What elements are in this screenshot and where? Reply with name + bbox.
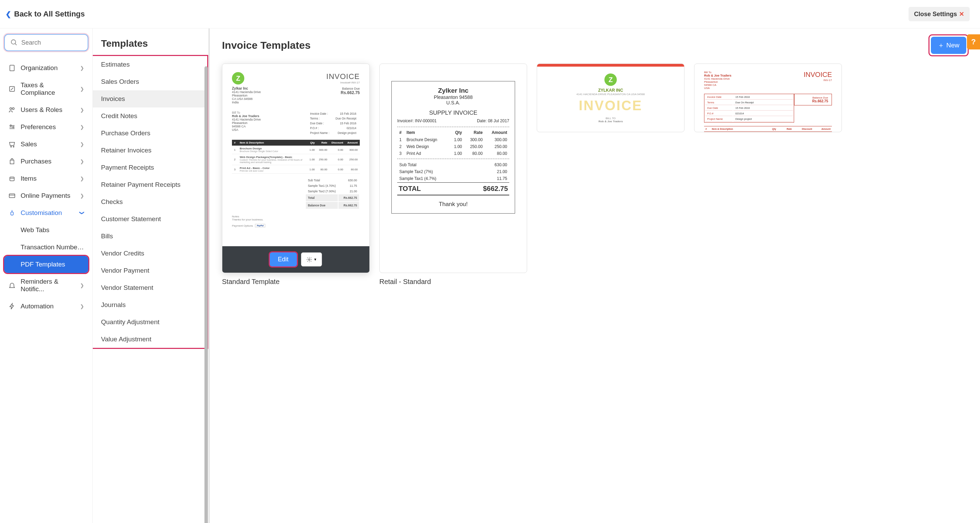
paint-icon [8,209,16,217]
chevron-right-icon: ❯ [80,304,84,309]
chevron-left-icon: ❮ [5,10,11,18]
chevron-right-icon: ❯ [80,65,84,71]
template-name-label: Retail - Standard [379,278,527,286]
plus-icon: ＋ [938,41,944,50]
chevron-right-icon: ❯ [80,158,84,164]
template-card-retail[interactable]: Zylker Inc Pleasanton 94588 U.S.A. SUPPL… [379,63,527,286]
close-icon: ✕ [959,10,964,18]
sidebar-item-reminders[interactable]: Reminders & Notific... ❯ [4,273,88,298]
svg-rect-18 [9,194,15,198]
content-area: Invoice Templates ＋ New ? Z [210,29,980,523]
gear-icon [306,257,312,263]
template-type-item[interactable]: Sales Orders [93,73,207,90]
template-type-item[interactable]: Purchase Orders [93,125,207,142]
users-icon [8,106,16,114]
chevron-right-icon: ❯ [80,176,84,181]
box-icon [8,175,16,182]
sidebar-item-purchases[interactable]: Purchases ❯ [4,153,88,170]
chevron-down-icon: ❯ [80,211,85,215]
page-title: Invoice Templates [222,40,311,51]
chevron-right-icon: ❯ [80,124,84,130]
template-type-item[interactable]: Payment Receipts [93,159,207,176]
template-type-item[interactable]: Retainer Payment Receipts [93,176,207,193]
back-label: Back to All Settings [14,10,85,19]
search-icon [10,39,18,46]
sidebar-sub-transaction-number[interactable]: Transaction Number... [4,239,88,256]
card-icon [8,192,16,200]
svg-point-15 [13,146,14,147]
template-card-partial-2[interactable]: Bill To Rob & Joe Traders 4141 Hacienda … [694,63,842,132]
template-options-button[interactable]: ▼ [301,252,322,266]
templates-type-list: EstimatesSales OrdersInvoicesCredit Note… [93,56,207,348]
template-type-item[interactable]: Vendor Statement [93,279,207,296]
template-type-item[interactable]: Journals [93,296,207,314]
new-template-button[interactable]: ＋ New [931,37,966,54]
template-type-item[interactable]: Credit Notes [93,108,207,125]
chevron-right-icon: ❯ [80,107,84,113]
sidebar-item-automation[interactable]: Automation ❯ [4,298,88,315]
sidebar-item-customisation[interactable]: Customisation ❯ [4,204,88,222]
bell-icon [8,282,16,289]
template-type-item[interactable]: Invoices [93,90,207,108]
bag-icon [8,158,16,165]
sidebar-item-items[interactable]: Items ❯ [4,170,88,187]
close-label: Close Settings [914,11,957,18]
svg-line-6 [11,87,13,90]
template-type-item[interactable]: Checks [93,193,207,211]
chevron-down-icon: ▼ [314,258,317,262]
template-type-item[interactable]: Value Adjustment [93,331,207,348]
logo-icon: Z [232,72,244,84]
sidebar-item-payments[interactable]: Online Payments ❯ [4,187,88,204]
search-box[interactable] [4,34,88,51]
svg-line-1 [15,44,17,45]
back-to-settings-link[interactable]: ❮ Back to All Settings [5,10,85,19]
help-button[interactable]: ? [967,34,980,49]
chevron-right-icon: ❯ [80,86,84,92]
sidebar-item-preferences[interactable]: Preferences ❯ [4,119,88,136]
svg-point-14 [11,146,12,147]
sidebar-sub-web-tabs[interactable]: Web Tabs [4,222,88,239]
sidebar-item-organization[interactable]: Organization ❯ [4,59,88,76]
svg-rect-2 [10,65,14,71]
svg-point-0 [11,40,16,44]
template-type-item[interactable]: Estimates [93,56,207,73]
sidebar-item-sales[interactable]: Sales ❯ [4,136,88,153]
chevron-right-icon: ❯ [80,141,84,147]
template-type-item[interactable]: Vendor Credits [93,245,207,262]
template-type-item[interactable]: Customer Statement [93,211,207,228]
paypal-icon: PayPal [255,224,265,227]
settings-sidebar: Organization ❯ Taxes & Compliance ❯ User… [0,29,93,523]
logo-icon: Z [605,73,617,86]
building-icon [8,64,16,72]
svg-rect-20 [11,212,13,215]
sidebar-sub-pdf-templates[interactable]: PDF Templates [4,256,88,273]
percent-icon [8,85,16,93]
sliders-icon [8,123,16,131]
svg-point-7 [10,108,12,110]
template-type-item[interactable]: Vendor Payment [93,262,207,279]
edit-template-button[interactable]: Edit [270,252,297,266]
bolt-icon [8,303,16,310]
close-settings-button[interactable]: Close Settings ✕ [908,7,970,21]
template-type-item[interactable]: Retainer Invoices [93,142,207,159]
sidebar-item-taxes[interactable]: Taxes & Compliance ❯ [4,76,88,101]
chevron-right-icon: ❯ [80,283,84,288]
svg-point-21 [308,258,310,260]
template-name-label: Standard Template [222,278,370,286]
template-type-item[interactable]: Quantity Adjustment [93,314,207,331]
svg-point-13 [13,126,14,128]
template-type-item[interactable]: Bills [93,228,207,245]
svg-point-12 [10,125,12,126]
templates-panel-title: Templates [93,35,208,56]
chevron-right-icon: ❯ [80,193,84,198]
template-card-partial-1[interactable]: Z ZYLKAR INC 4141 HACIENDA DRIVE PLEASAN… [537,63,684,132]
svg-rect-16 [10,177,14,181]
cart-icon [8,141,16,148]
templates-type-panel: Templates EstimatesSales OrdersInvoicesC… [93,29,210,523]
search-input[interactable] [21,39,82,46]
svg-point-8 [13,108,14,110]
template-card-standard[interactable]: Z Zylkar Inc 4141 Hacienda Drive Pleasan… [222,63,370,286]
scrollbar[interactable] [204,66,208,523]
sidebar-item-users[interactable]: Users & Roles ❯ [4,101,88,119]
